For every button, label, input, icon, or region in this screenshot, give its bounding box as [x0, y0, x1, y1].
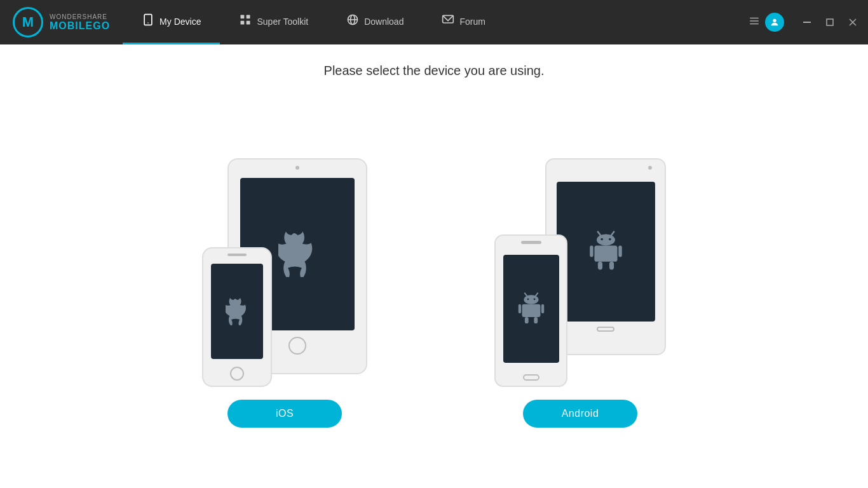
android-button[interactable]: Android: [523, 400, 637, 428]
ios-button[interactable]: iOS: [227, 400, 342, 428]
minimize-button[interactable]: [797, 12, 817, 32]
svg-point-22: [609, 238, 611, 241]
svg-rect-33: [522, 304, 540, 317]
svg-rect-0: [144, 15, 152, 25]
user-avatar[interactable]: [765, 13, 784, 32]
ipad-home-button: [288, 337, 306, 355]
main-content: Please select the device you are using.: [0, 44, 868, 488]
chat-icon: [442, 13, 454, 29]
svg-rect-35: [541, 304, 543, 313]
svg-rect-27: [609, 262, 613, 270]
brand-bottom: MOBILEGO: [50, 20, 110, 32]
svg-point-13: [773, 19, 776, 22]
iphone-speaker: [227, 254, 247, 256]
nav-forum-label: Forum: [459, 17, 485, 27]
nav-my-device-label: My Device: [159, 17, 201, 27]
logo-icon: M: [13, 7, 43, 37]
svg-rect-36: [524, 317, 528, 323]
logo-text: WONDERSHARE MOBILEGO: [50, 13, 110, 32]
android-tablet-button: [597, 327, 614, 332]
svg-rect-24: [590, 245, 593, 257]
ipad-dot: [295, 166, 299, 170]
svg-rect-25: [618, 245, 621, 257]
titlebar: M WONDERSHARE MOBILEGO My Device Super T…: [0, 0, 868, 44]
maximize-button[interactable]: [820, 12, 840, 32]
svg-point-30: [524, 295, 538, 304]
grid-icon: [239, 13, 252, 29]
brand-top: WONDERSHARE: [50, 13, 110, 20]
nav-forum[interactable]: Forum: [423, 0, 504, 44]
android-tablet-screen: [557, 182, 655, 322]
device-selection: iOS: [202, 97, 666, 488]
nav-download[interactable]: Download: [327, 0, 423, 44]
svg-rect-26: [597, 262, 602, 270]
android-phone-button: [523, 374, 539, 381]
android-phone-speaker: [521, 241, 541, 244]
android-phone-screen: [503, 255, 559, 363]
svg-rect-15: [827, 19, 833, 25]
svg-rect-23: [594, 245, 617, 261]
ios-option: iOS: [202, 158, 367, 428]
device-icon: [142, 13, 154, 29]
nav-download-label: Download: [364, 17, 403, 27]
close-button[interactable]: [843, 12, 863, 32]
svg-point-32: [533, 298, 535, 300]
svg-point-21: [600, 238, 603, 241]
nav-super-toolkit[interactable]: Super Toolkit: [220, 0, 327, 44]
nav-super-toolkit-label: Super Toolkit: [257, 17, 308, 27]
svg-point-20: [597, 234, 615, 245]
iphone-illustration: [202, 247, 272, 387]
svg-rect-3: [247, 15, 250, 19]
svg-rect-4: [241, 21, 245, 25]
titlebar-icons: [749, 13, 794, 32]
android-tablet-camera: [648, 166, 652, 170]
android-option: Android: [494, 158, 666, 428]
android-devices-illustration: [494, 158, 666, 387]
iphone-home-button: [230, 367, 244, 381]
ios-devices-illustration: [202, 158, 367, 387]
iphone-screen: [211, 264, 263, 359]
svg-point-31: [527, 298, 529, 300]
svg-rect-5: [247, 21, 250, 25]
logo-area: M WONDERSHARE MOBILEGO: [0, 0, 123, 44]
svg-rect-34: [518, 304, 520, 313]
android-phone-illustration: [494, 234, 567, 387]
menu-icon[interactable]: [749, 15, 760, 29]
prompt-text: Please select the device you are using.: [324, 64, 545, 78]
nav-my-device[interactable]: My Device: [123, 0, 220, 44]
globe-icon: [346, 13, 359, 29]
svg-rect-37: [534, 317, 538, 323]
svg-rect-2: [241, 15, 245, 19]
